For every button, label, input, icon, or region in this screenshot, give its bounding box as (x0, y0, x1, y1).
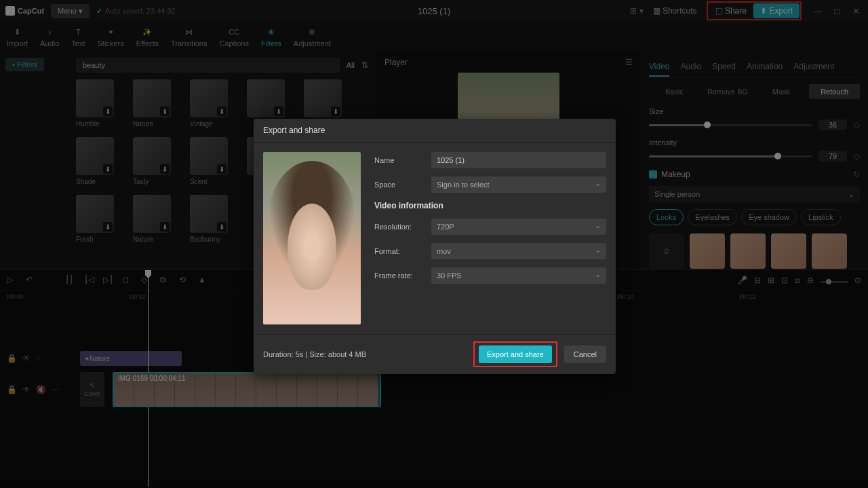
menu-button[interactable]: Menu ▾ (51, 4, 90, 18)
size-slider[interactable] (649, 124, 812, 126)
filters-chip[interactable]: • Filters (5, 58, 44, 71)
close-button[interactable]: ✕ (849, 4, 863, 18)
look-tab-lipstick[interactable]: Lipstick (801, 209, 841, 225)
track-icon-2[interactable]: ⊞ (768, 276, 774, 285)
share-button[interactable]: ⬚ Share (709, 3, 753, 18)
look-preset[interactable] (812, 233, 847, 269)
tab-audio[interactable]: ♪Audio (40, 26, 59, 48)
download-icon[interactable]: ⬇ (217, 107, 226, 116)
visibility-icon[interactable]: 👁 (22, 385, 31, 394)
filter-clip[interactable]: ✦ Nature (80, 351, 182, 366)
track-icon-1[interactable]: ⊟ (754, 276, 761, 285)
zoom-fit-icon[interactable]: ⊙ (854, 276, 861, 285)
filter-thumb[interactable]: ⬇Scent (190, 137, 237, 185)
video-info-heading: Video information (374, 201, 606, 210)
reset-icon[interactable]: ↻ (853, 170, 860, 179)
makeup-checkbox[interactable] (649, 170, 657, 179)
prop-tab-audio[interactable]: Audio (680, 58, 701, 77)
download-icon[interactable]: ⬇ (103, 222, 113, 231)
mirror-icon[interactable]: ▲ (198, 275, 209, 286)
export-button[interactable]: ⬆ Export (753, 3, 800, 18)
download-icon[interactable]: ⬇ (103, 164, 113, 174)
prop-tab-speed[interactable]: Speed (712, 58, 736, 77)
maximize-button[interactable]: □ (830, 4, 844, 18)
look-tab-eye-shadow[interactable]: Eye shadow (741, 209, 797, 225)
prop-tab-video[interactable]: Video (649, 58, 669, 77)
intensity-slider[interactable] (649, 155, 812, 157)
sub-tab-mask[interactable]: Mask (756, 84, 807, 99)
download-icon[interactable]: ⬇ (103, 107, 113, 116)
space-select[interactable]: Sign in to select (431, 176, 606, 193)
track-icon-4[interactable]: ⧈ (795, 276, 800, 285)
size-value[interactable]: 36 (818, 119, 847, 130)
look-preset[interactable] (690, 233, 725, 269)
sub-tab-retouch[interactable]: Retouch (809, 84, 860, 99)
filter-thumb[interactable]: ⬇Tasty (133, 137, 180, 185)
filter-thumb[interactable]: ⬇Nature (133, 195, 180, 243)
filter-thumb[interactable]: ⬇Fresh (76, 195, 123, 243)
resolution-select[interactable]: 720P (431, 219, 606, 235)
tab-filters[interactable]: ❀Filters (261, 26, 281, 48)
download-icon[interactable]: ⬇ (160, 222, 170, 231)
tab-stickers[interactable]: ✦Stickers (98, 26, 124, 48)
cancel-button[interactable]: Cancel (564, 345, 606, 363)
filter-thumb[interactable]: ⬇Badbunny (190, 195, 237, 243)
name-input[interactable] (431, 152, 606, 168)
trim-left-icon[interactable]: ⎮◁ (84, 275, 95, 286)
download-icon[interactable]: ⬇ (217, 222, 226, 231)
minimize-button[interactable]: — (811, 4, 825, 18)
look-tab-looks[interactable]: Looks (649, 209, 684, 225)
sub-tab-basic[interactable]: Basic (649, 84, 700, 99)
zoom-out-icon[interactable]: ⊖ (807, 276, 814, 285)
shortcuts-button[interactable]: ▦ Shortcuts (648, 3, 703, 18)
mute-icon[interactable]: 🔇 (36, 385, 46, 394)
cover-button[interactable]: ✎Cover (80, 372, 104, 407)
sort-icon[interactable]: ⇅ (361, 60, 368, 70)
filter-thumb[interactable]: ⬇Nature (133, 79, 180, 128)
prop-tab-adjustment[interactable]: Adjustment (793, 58, 834, 77)
look-none[interactable]: ⊘ (649, 233, 684, 269)
visibility-icon[interactable]: 👁 (22, 354, 31, 363)
pointer-tool-icon[interactable]: ▷ (7, 275, 18, 286)
crop-icon[interactable]: ◻ (122, 275, 133, 286)
tab-text[interactable]: TText (71, 26, 85, 48)
download-icon[interactable]: ⬇ (217, 164, 226, 174)
look-tab-eyelashes[interactable]: Eyelashes (688, 209, 737, 225)
track-icon-3[interactable]: ⊡ (781, 276, 788, 285)
mic-icon[interactable]: 🎤 (737, 276, 747, 285)
split-icon[interactable]: ⎮⎮ (65, 275, 76, 286)
filter-thumb[interactable]: ⬇Shade (76, 137, 123, 185)
look-preset[interactable] (771, 233, 806, 269)
video-clip[interactable]: IMG 0169 00:00:04:11 (113, 372, 381, 407)
tab-captions[interactable]: CCCaptions (219, 26, 248, 48)
player-menu-icon[interactable]: ☰ (625, 58, 633, 67)
undo-icon[interactable]: ↶ (26, 275, 37, 286)
mute-icon[interactable]: ○ (36, 354, 41, 363)
download-icon[interactable]: ⬇ (160, 164, 170, 174)
tab-effects[interactable]: ✨Effects (136, 26, 159, 48)
intensity-value[interactable]: 79 (818, 151, 847, 162)
export-and-share-button[interactable]: Export and share (479, 345, 552, 363)
trim-right-icon[interactable]: ▷⎮ (103, 275, 114, 286)
sub-tab-remove-bg[interactable]: Remove BG (703, 84, 753, 99)
download-icon[interactable]: ⬇ (331, 107, 340, 116)
filter-thumb[interactable]: ⬇Vintage (190, 79, 237, 128)
person-select[interactable]: Single person⌄ (649, 186, 860, 202)
format-select[interactable]: mov (431, 243, 606, 259)
tab-transitions[interactable]: ⋈Transitions (171, 26, 207, 48)
tab-adjustment[interactable]: ⚙Adjustment (294, 26, 331, 48)
filter-all-button[interactable]: All (347, 61, 355, 69)
download-icon[interactable]: ⬇ (274, 107, 283, 116)
lock-icon[interactable]: 🔒 (7, 354, 17, 363)
copy-icon[interactable]: ⧉ (160, 275, 171, 286)
reverse-icon[interactable]: ⟲ (179, 275, 190, 286)
filter-search-input[interactable] (76, 58, 340, 73)
tab-import[interactable]: ⬇Import (7, 26, 28, 48)
prop-tab-animation[interactable]: Animation (747, 58, 783, 77)
look-preset[interactable] (730, 233, 766, 269)
download-icon[interactable]: ⬇ (160, 107, 170, 116)
filter-thumb[interactable]: ⬇Humble (76, 79, 123, 128)
layout-icon[interactable]: ⊞ ▾ (630, 6, 643, 16)
lock-icon[interactable]: 🔒 (7, 385, 17, 394)
framerate-select[interactable]: 30 FPS (431, 267, 606, 284)
